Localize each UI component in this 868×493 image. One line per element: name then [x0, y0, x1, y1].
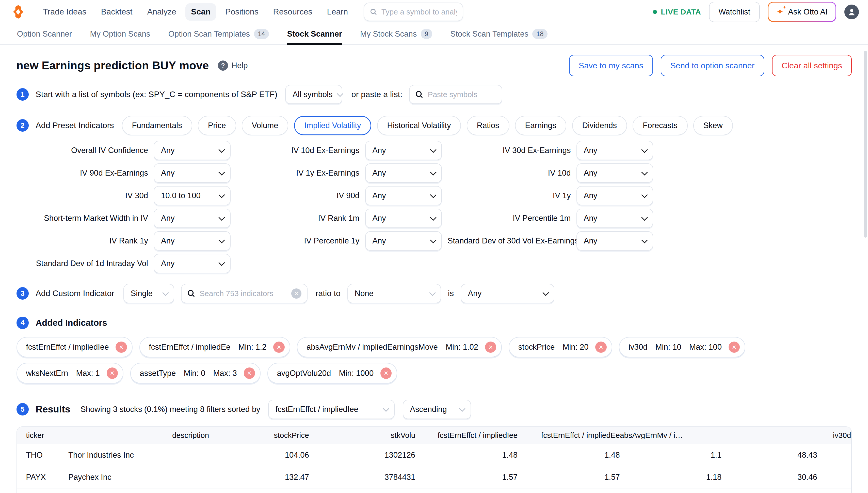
help-link[interactable]: ? Help — [218, 61, 248, 71]
sort-by-value: fcstErnEffct / impliedIee — [276, 405, 359, 414]
filter-select[interactable]: Any — [365, 164, 442, 183]
nav-item[interactable]: Scan — [185, 3, 216, 21]
table-row[interactable]: THO Thor Industries Inc 104.06 1302126 1… — [17, 444, 851, 466]
filter-select[interactable]: Any — [154, 164, 231, 183]
filter-select-value: Any — [161, 214, 175, 223]
indicator-search-input[interactable]: Search 753 indicators × — [181, 284, 307, 303]
preset-category-pill[interactable]: Dividends — [572, 116, 627, 135]
remove-indicator-icon[interactable]: × — [485, 342, 497, 353]
filter-select[interactable]: Any — [576, 164, 654, 183]
step-3-custom-indicator: 3 Add Custom Indicator Single Search 753… — [17, 284, 852, 303]
column-header[interactable]: fcstErnEffct / impliedIee — [415, 431, 518, 440]
filter-select[interactable]: Any — [365, 231, 442, 251]
preset-category-pill[interactable]: Skew — [693, 116, 733, 135]
filter-select[interactable]: Any — [576, 209, 654, 228]
filter-label: IV Percentile 1y — [236, 236, 359, 245]
sort-direction-select[interactable]: Ascending — [403, 400, 471, 419]
column-header[interactable]: iv30d — [722, 431, 851, 440]
scanner-tab[interactable]: Option Scanner — [10, 24, 79, 44]
nav-item[interactable]: Analyze — [141, 3, 182, 21]
remove-indicator-icon[interactable]: × — [244, 367, 255, 379]
filter-select[interactable]: Any — [576, 141, 654, 160]
symbol-search-placeholder: Type a symbol to analyze — [382, 8, 457, 16]
step-4-number: 4 — [17, 317, 29, 329]
clear-all-settings-button[interactable]: Clear all settings — [772, 55, 852, 77]
nav-item[interactable]: Learn — [321, 3, 353, 21]
preset-category-pill[interactable]: Ratios — [467, 116, 509, 135]
remove-indicator-icon[interactable]: × — [381, 367, 392, 379]
save-to-scans-button[interactable]: Save to my scans — [569, 55, 653, 77]
preset-category-pill[interactable]: Volume — [242, 116, 289, 135]
column-header[interactable]: description — [59, 431, 209, 440]
iv-filter-grid: Overall IV Confidence Any IV 10d Ex-Earn… — [17, 141, 852, 273]
indicator-mode-select[interactable]: Single — [123, 284, 174, 303]
remove-indicator-icon[interactable]: × — [116, 342, 127, 353]
column-header[interactable]: ticker — [17, 431, 60, 440]
table-row[interactable]: PAYX Paychex Inc 132.47 3784431 1.57 1.5… — [17, 466, 851, 488]
preset-category-pill[interactable]: Price — [198, 116, 236, 135]
remove-indicator-icon[interactable]: × — [595, 342, 607, 353]
top-nav: Trade IdeasBacktestAnalyzeScanPositionsR… — [0, 0, 868, 24]
step-3-number: 3 — [17, 287, 29, 300]
step-3-label: Add Custom Indicator — [36, 289, 114, 298]
remove-indicator-icon[interactable]: × — [273, 342, 285, 353]
nav-item[interactable]: Positions — [220, 3, 264, 21]
remove-indicator-icon[interactable]: × — [729, 342, 740, 353]
filter-label: Standard Dev of 30d Vol Ex-Earnings — [448, 236, 571, 245]
column-header[interactable]: stockPrice — [209, 431, 309, 440]
scanner-tab[interactable]: My Stock Scans 9 — [353, 24, 439, 44]
sort-by-select[interactable]: fcstErnEffct / impliedIee — [268, 400, 395, 419]
preset-category-pill[interactable]: Historical Volatility — [377, 116, 461, 135]
scanner-tab[interactable]: Option Scan Templates 14 — [161, 24, 276, 44]
condition-select[interactable]: Any — [461, 284, 554, 303]
watchlist-button[interactable]: Watchlist — [709, 2, 760, 22]
ratio-select[interactable]: None — [347, 284, 441, 303]
filter-select[interactable]: Any — [154, 254, 231, 273]
step-5-results: 5 Results Showing 3 stocks (0.1%) meetin… — [17, 400, 852, 419]
table-row-partial[interactable] — [17, 488, 851, 493]
scanner-tab[interactable]: Stock Scan Templates 18 — [444, 24, 554, 44]
scan-actions: Save to my scans Send to option scanner … — [569, 55, 851, 77]
clear-search-icon[interactable]: × — [291, 288, 301, 299]
symbol-search-input[interactable]: Type a symbol to analyze — [364, 3, 463, 21]
filter-select-value: Any — [372, 236, 386, 245]
filter-select[interactable]: Any — [154, 141, 231, 160]
filter-select[interactable]: Any — [154, 231, 231, 251]
filter-select[interactable]: Any — [365, 141, 442, 160]
column-header[interactable]: fcstErnEffct / impliedEe — [518, 431, 620, 440]
help-icon: ? — [218, 61, 228, 71]
preset-category-pill[interactable]: Fundamentals — [122, 116, 192, 135]
preset-category-pill[interactable]: Forecasts — [633, 116, 687, 135]
send-to-option-scanner-button[interactable]: Send to option scanner — [661, 55, 764, 77]
remove-indicator-icon[interactable]: × — [107, 367, 118, 379]
indicator-chip-name: assetType — [140, 369, 176, 378]
filter-select[interactable]: Any — [576, 186, 654, 205]
scanner-tab[interactable]: Stock Scanner — [280, 24, 349, 44]
preset-category-pill[interactable]: Implied Volatility — [294, 116, 371, 135]
ask-otto-ai-button[interactable]: ✦✦ Ask Otto AI — [768, 2, 836, 22]
paste-symbols-input[interactable]: Paste symbols — [409, 85, 502, 104]
symbol-list-select[interactable]: All symbols — [285, 85, 342, 104]
column-header[interactable]: stkVolu — [309, 431, 415, 440]
page-scrollbar[interactable] — [864, 51, 867, 237]
filter-select[interactable]: Any — [365, 186, 442, 205]
filter-select[interactable]: 10.0 to 100 — [154, 186, 231, 205]
filter-select[interactable]: Any — [365, 209, 442, 228]
account-avatar[interactable] — [844, 5, 859, 19]
filter-select[interactable]: Any — [576, 231, 654, 251]
scanner-tab-bar: Option Scanner My Option Scans Option Sc… — [0, 24, 868, 44]
nav-item[interactable]: Trade Ideas — [37, 3, 92, 21]
chevron-down-icon — [162, 290, 168, 296]
filter-select[interactable]: Any — [154, 209, 231, 228]
preset-category-pill[interactable]: Earnings — [515, 116, 567, 135]
nav-item[interactable]: Resources — [268, 3, 318, 21]
tab-label: My Stock Scans — [360, 29, 417, 39]
filter-label: Standard Dev of 1d Intraday Vol — [17, 259, 148, 268]
scanner-tab[interactable]: My Option Scans — [83, 24, 157, 44]
indicator-chip-max: Max: 100 — [689, 343, 722, 352]
nav-item[interactable]: Backtest — [95, 3, 138, 21]
column-header[interactable]: absAvgErnMv / implie... — [620, 431, 722, 440]
app-logo-icon[interactable] — [12, 5, 25, 19]
chevron-down-icon — [429, 290, 436, 296]
filter-select-value: Any — [584, 214, 597, 223]
